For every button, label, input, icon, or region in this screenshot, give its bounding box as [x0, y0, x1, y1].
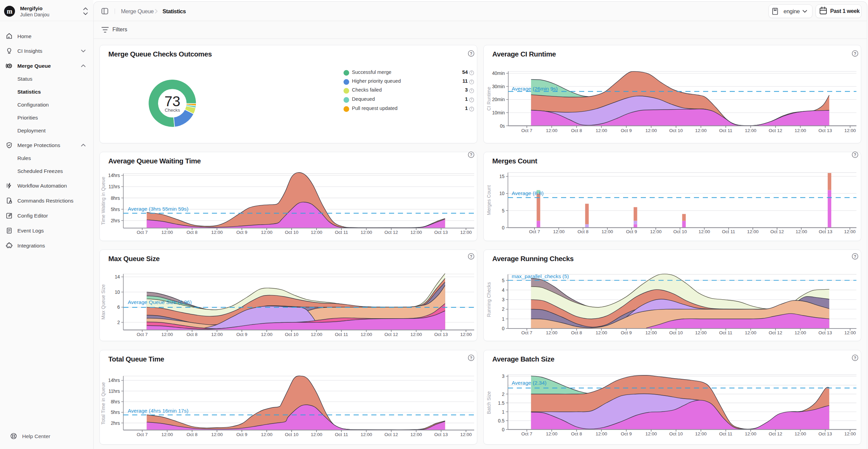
svg-text:Merge Protections: Merge Protections — [17, 142, 60, 148]
svg-text:Priorities: Priorities — [17, 115, 38, 121]
svg-text:Config Editor: Config Editor — [17, 213, 48, 219]
svg-text:Deployment: Deployment — [17, 128, 46, 133]
svg-text:Merge Queue: Merge Queue — [17, 63, 51, 69]
svg-text:Commands Restrictions: Commands Restrictions — [17, 198, 74, 204]
svg-text:Scheduled Freezes: Scheduled Freezes — [17, 168, 63, 174]
svg-text:Status: Status — [17, 76, 32, 82]
svg-text:CI Insights: CI Insights — [17, 48, 42, 54]
svg-text:Configuration: Configuration — [17, 102, 49, 108]
svg-text:Statistics: Statistics — [17, 89, 41, 95]
svg-text:Rules: Rules — [17, 155, 31, 161]
svg-text:Event Logs: Event Logs — [17, 228, 44, 234]
svg-text:Help Center: Help Center — [22, 433, 50, 439]
svg-text:Integrations: Integrations — [17, 243, 45, 248]
svg-text:Workflow Automation: Workflow Automation — [17, 183, 67, 189]
